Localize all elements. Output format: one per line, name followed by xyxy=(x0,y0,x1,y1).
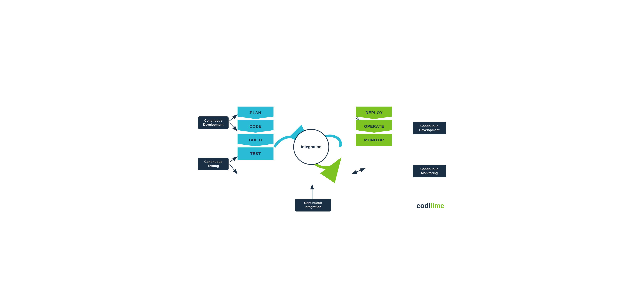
svg-line-3 xyxy=(230,164,237,174)
svg-line-1 xyxy=(230,123,237,131)
svg-line-6 xyxy=(356,168,365,172)
cyan-block-code: CODE xyxy=(238,120,274,133)
cyan-block-plan: PLAN xyxy=(238,107,274,119)
cyan-blocks-group: PLAN CODE BUILD TEST xyxy=(238,107,274,160)
cyan-block-build: BUILD xyxy=(238,134,274,146)
cyan-block-test: TEST xyxy=(238,148,274,160)
label-continuous-development-left: Continuous Development xyxy=(198,116,228,129)
label-continuous-integration: Continuous Integration xyxy=(295,199,331,211)
green-block-operate: OPERATE xyxy=(356,120,392,133)
label-continuous-testing: Continuous Testing xyxy=(198,158,228,170)
green-blocks-group: DEPLOY OPERATE MONITOR xyxy=(356,107,392,147)
svg-line-0 xyxy=(230,115,237,121)
svg-line-2 xyxy=(230,157,237,162)
integration-circle: Integration xyxy=(293,129,329,165)
label-continuous-development-right: Continuous Development xyxy=(413,122,446,135)
logo-lime: lime xyxy=(430,202,444,209)
label-continuous-monitoring: Continuous Monitoring xyxy=(413,165,446,178)
logo-codi: codi xyxy=(416,202,430,209)
diagram-container: Continuous Development Continuous Testin… xyxy=(196,93,448,215)
codilime-logo: codilime xyxy=(416,202,444,210)
green-block-monitor: MONITOR xyxy=(356,134,392,146)
green-block-deploy: DEPLOY xyxy=(356,107,392,119)
